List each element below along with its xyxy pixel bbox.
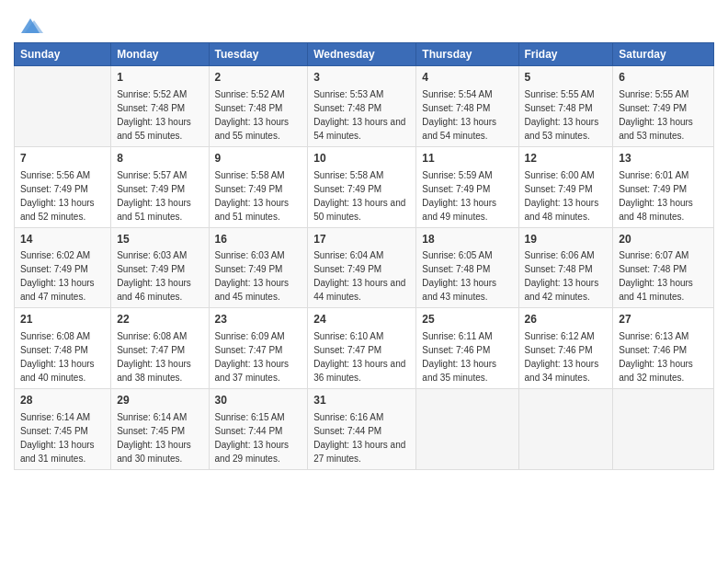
calendar-cell: 5 Sunrise: 5:55 AM Sunset: 7:48 PM Dayli… [518,66,613,147]
calendar-cell: 11 Sunrise: 5:59 AM Sunset: 7:49 PM Dayl… [416,146,518,227]
daylight-info: Daylight: 13 hours and 35 minutes. [422,359,496,383]
daylight-info: Daylight: 13 hours and 29 minutes. [215,440,290,464]
logo-icon [17,13,43,39]
calendar-cell: 4 Sunrise: 5:54 AM Sunset: 7:48 PM Dayli… [416,66,518,147]
weekday-header-wednesday: Wednesday [308,43,416,66]
sunset-info: Sunset: 7:48 PM [313,103,381,113]
calendar-cell: 3 Sunrise: 5:53 AM Sunset: 7:48 PM Dayli… [308,66,416,147]
calendar-cell: 24 Sunrise: 6:10 AM Sunset: 7:47 PM Dayl… [308,308,416,389]
day-number: 23 [215,312,302,327]
daylight-info: Daylight: 13 hours and 55 minutes. [117,117,191,141]
calendar-cell [613,389,714,470]
day-number: 7 [20,151,105,167]
day-number: 19 [525,232,608,247]
sunrise-info: Sunrise: 6:16 AM [313,412,383,422]
calendar-cell: 23 Sunrise: 6:09 AM Sunset: 7:47 PM Dayl… [209,308,308,389]
calendar-cell: 22 Sunrise: 6:08 AM Sunset: 7:47 PM Dayl… [111,308,209,389]
sunrise-info: Sunrise: 5:53 AM [313,89,383,99]
daylight-info: Daylight: 13 hours and 53 minutes. [525,117,599,141]
sunset-info: Sunset: 7:48 PM [619,264,687,274]
calendar-cell: 25 Sunrise: 6:11 AM Sunset: 7:46 PM Dayl… [416,308,518,389]
sunset-info: Sunset: 7:49 PM [422,184,490,194]
sunset-info: Sunset: 7:49 PM [313,184,381,194]
day-number: 17 [313,232,410,247]
sunrise-info: Sunrise: 6:13 AM [619,331,688,341]
calendar-cell: 9 Sunrise: 5:58 AM Sunset: 7:49 PM Dayli… [209,146,308,227]
calendar-cell: 29 Sunrise: 6:14 AM Sunset: 7:45 PM Dayl… [111,389,209,470]
page-header [14,9,714,35]
daylight-info: Daylight: 13 hours and 49 minutes. [422,198,496,222]
calendar-cell: 7 Sunrise: 5:56 AM Sunset: 7:49 PM Dayli… [15,146,111,227]
weekday-header-row: SundayMondayTuesdayWednesdayThursdayFrid… [15,43,714,66]
day-number: 26 [525,312,608,327]
daylight-info: Daylight: 13 hours and 27 minutes. [313,440,405,464]
day-number: 6 [619,70,708,86]
sunset-info: Sunset: 7:48 PM [422,103,490,113]
daylight-info: Daylight: 13 hours and 30 minutes. [117,440,191,464]
sunrise-info: Sunrise: 5:56 AM [20,170,90,180]
sunset-info: Sunset: 7:49 PM [117,184,185,194]
sunrise-info: Sunrise: 6:08 AM [117,331,187,341]
day-number: 27 [619,312,708,327]
sunset-info: Sunset: 7:48 PM [117,103,185,113]
calendar-cell: 26 Sunrise: 6:12 AM Sunset: 7:46 PM Dayl… [518,308,613,389]
week-row-2: 7 Sunrise: 5:56 AM Sunset: 7:49 PM Dayli… [15,146,714,227]
weekday-header-sunday: Sunday [15,43,111,66]
calendar-cell: 30 Sunrise: 6:15 AM Sunset: 7:44 PM Dayl… [209,389,308,470]
day-number: 1 [117,70,202,86]
sunset-info: Sunset: 7:49 PM [525,184,593,194]
calendar-cell: 1 Sunrise: 5:52 AM Sunset: 7:48 PM Dayli… [111,66,209,147]
week-row-4: 21 Sunrise: 6:08 AM Sunset: 7:48 PM Dayl… [15,308,714,389]
daylight-info: Daylight: 13 hours and 38 minutes. [117,359,191,383]
calendar-table: SundayMondayTuesdayWednesdayThursdayFrid… [14,42,714,470]
weekday-header-monday: Monday [111,43,209,66]
daylight-info: Daylight: 13 hours and 54 minutes. [422,117,496,141]
calendar-cell: 15 Sunrise: 6:03 AM Sunset: 7:49 PM Dayl… [111,227,209,308]
sunset-info: Sunset: 7:49 PM [619,103,687,113]
day-number: 11 [422,151,512,167]
sunrise-info: Sunrise: 6:06 AM [525,250,595,260]
sunrise-info: Sunrise: 6:05 AM [422,250,492,260]
calendar-cell: 27 Sunrise: 6:13 AM Sunset: 7:46 PM Dayl… [613,308,714,389]
sunrise-info: Sunrise: 6:14 AM [20,412,90,422]
sunset-info: Sunset: 7:47 PM [313,345,381,355]
weekday-header-thursday: Thursday [416,43,518,66]
daylight-info: Daylight: 13 hours and 52 minutes. [20,198,95,222]
daylight-info: Daylight: 13 hours and 40 minutes. [20,359,95,383]
daylight-info: Daylight: 13 hours and 53 minutes. [619,117,693,141]
sunset-info: Sunset: 7:45 PM [20,426,88,436]
sunset-info: Sunset: 7:46 PM [525,345,593,355]
daylight-info: Daylight: 13 hours and 47 minutes. [20,278,95,302]
sunrise-info: Sunrise: 5:54 AM [422,89,492,99]
daylight-info: Daylight: 13 hours and 48 minutes. [525,198,599,222]
day-number: 3 [313,70,410,86]
sunset-info: Sunset: 7:46 PM [422,345,490,355]
day-number: 10 [313,151,410,167]
sunset-info: Sunset: 7:47 PM [117,345,185,355]
sunrise-info: Sunrise: 6:10 AM [313,331,383,341]
daylight-info: Daylight: 13 hours and 54 minutes. [313,117,405,141]
calendar-cell: 10 Sunrise: 5:58 AM Sunset: 7:49 PM Dayl… [308,146,416,227]
day-number: 28 [20,393,105,408]
sunset-info: Sunset: 7:49 PM [215,264,283,274]
day-number: 31 [313,393,410,408]
day-number: 13 [619,151,708,167]
calendar-cell: 19 Sunrise: 6:06 AM Sunset: 7:48 PM Dayl… [518,227,613,308]
sunset-info: Sunset: 7:44 PM [215,426,283,436]
calendar-cell: 14 Sunrise: 6:02 AM Sunset: 7:49 PM Dayl… [15,227,111,308]
sunset-info: Sunset: 7:49 PM [313,264,381,274]
daylight-info: Daylight: 13 hours and 37 minutes. [215,359,290,383]
calendar-cell [518,389,613,470]
sunrise-info: Sunrise: 6:00 AM [525,170,595,180]
sunset-info: Sunset: 7:49 PM [20,264,88,274]
sunrise-info: Sunrise: 5:57 AM [117,170,187,180]
daylight-info: Daylight: 13 hours and 31 minutes. [20,440,95,464]
week-row-3: 14 Sunrise: 6:02 AM Sunset: 7:49 PM Dayl… [15,227,714,308]
day-number: 12 [525,151,608,167]
sunrise-info: Sunrise: 6:12 AM [525,331,595,341]
sunset-info: Sunset: 7:44 PM [313,426,381,436]
sunrise-info: Sunrise: 5:58 AM [313,170,383,180]
sunrise-info: Sunrise: 6:11 AM [422,331,492,341]
daylight-info: Daylight: 13 hours and 51 minutes. [117,198,191,222]
day-number: 14 [20,232,105,247]
